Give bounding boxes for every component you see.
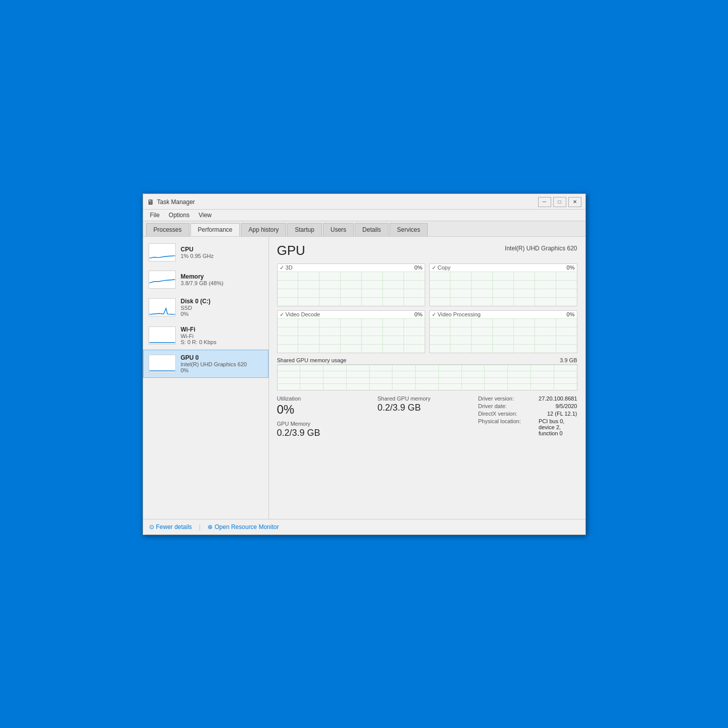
menu-file[interactable]: File: [146, 211, 164, 220]
gpu-thumbnail: [149, 355, 176, 373]
cpu-info: CPU 1% 0.95 GHz: [181, 246, 263, 259]
footer: ⊙ Fewer details | ⊕ Open Resource Monito…: [143, 519, 585, 535]
v-lines: [278, 318, 425, 353]
v-line: [392, 365, 392, 390]
memory-sub: 3.8/7.9 GB (48%): [181, 280, 263, 286]
v-line: [535, 318, 535, 353]
v-line: [492, 272, 493, 306]
fewer-details-label: Fewer details: [156, 523, 192, 531]
v-line: [535, 272, 535, 306]
shared-gpu-container: Shared GPU memory usage 3.9 GB: [277, 357, 577, 390]
v-line: [382, 272, 383, 306]
sidebar-item-gpu0[interactable]: GPU 0 Intel(R) UHD Graphics 620 0%: [143, 350, 269, 378]
tab-services[interactable]: Services: [389, 223, 428, 236]
disk-name: Disk 0 (C:): [181, 298, 263, 305]
tab-performance[interactable]: Performance: [190, 223, 240, 236]
cpu-thumbnail: [149, 243, 176, 261]
driver-date-label: Driver date:: [478, 403, 539, 409]
open-resource-monitor-button[interactable]: ⊕ Open Resource Monitor: [208, 523, 279, 531]
graph-3d-value: 0%: [415, 264, 423, 271]
tab-details[interactable]: Details: [355, 223, 388, 236]
v-line: [531, 365, 531, 390]
disk-thumbnail: [149, 298, 176, 316]
v-line: [438, 365, 439, 390]
gpu0-name: GPU 0: [181, 354, 263, 361]
v-line: [554, 365, 554, 390]
shared-gpu-label: Shared GPU memory usage: [277, 357, 347, 363]
directx-label: DirectX version:: [478, 411, 539, 417]
v-line: [340, 318, 341, 353]
disk-sub1: SSD: [181, 305, 263, 311]
v-line: [300, 365, 300, 390]
memory-name: Memory: [181, 273, 263, 280]
sidebar-item-cpu[interactable]: CPU 1% 0.95 GHz: [143, 239, 269, 266]
shared-memory-value: 0.2/3.9 GB: [377, 403, 472, 413]
v-line: [361, 272, 362, 306]
directx-row: DirectX version: 12 (FL 12.1): [478, 411, 577, 417]
physical-location-row: Physical location: PCI bus 0, device 2, …: [478, 418, 577, 436]
v-line: [323, 365, 323, 390]
maximize-button[interactable]: □: [553, 197, 566, 207]
graph-copy-label: ✓ Copy: [432, 264, 451, 271]
tab-users[interactable]: Users: [323, 223, 354, 236]
gpu0-sub1: Intel(R) UHD Graphics 620: [181, 361, 263, 367]
v-line: [340, 272, 341, 306]
graph-vd-value: 0%: [415, 311, 423, 318]
stats-section: Utilization 0% GPU Memory 0.2/3.9 GB Sha…: [277, 395, 577, 438]
graph-3d-area: [278, 272, 425, 306]
sidebar-item-memory[interactable]: Memory 3.8/7.9 GB (48%): [143, 266, 269, 293]
cpu-sub: 1% 0.95 GHz: [181, 253, 263, 259]
details-block: Driver version: 27.20.100.8681 Driver da…: [478, 395, 577, 438]
v-line: [450, 272, 450, 306]
v-line: [298, 272, 298, 306]
gpu-name: Intel(R) UHD Graphics 620: [505, 245, 577, 252]
v-line: [319, 272, 319, 306]
fewer-details-button[interactable]: ⊙ Fewer details: [149, 523, 192, 531]
sidebar-item-wifi[interactable]: Wi-Fi Wi-Fi S: 0 R: 0 Kbps: [143, 321, 269, 350]
v-line: [556, 272, 556, 306]
task-manager-window: 🖥 Task Manager ─ □ ✕ File Options View P…: [143, 193, 586, 535]
wifi-name: Wi-Fi: [181, 326, 263, 333]
driver-version-label: Driver version:: [478, 395, 539, 402]
gpu-memory-label: GPU Memory: [277, 421, 372, 427]
wifi-info: Wi-Fi Wi-Fi S: 0 R: 0 Kbps: [181, 326, 263, 345]
v-line: [319, 318, 319, 353]
sidebar-item-disk[interactable]: Disk 0 (C:) SSD 0%: [143, 293, 269, 321]
gpu-header: GPU Intel(R) UHD Graphics 620: [277, 243, 577, 258]
tab-app-history[interactable]: App history: [241, 223, 286, 236]
v-line: [513, 318, 514, 353]
tab-processes[interactable]: Processes: [146, 223, 189, 236]
graph-3d-label-row: ✓ 3D 0%: [278, 264, 425, 272]
graph-video-decode: ✓ Video Decode 0%: [277, 310, 425, 353]
graph-vp-label-row: ✓ Video Processing 0%: [430, 311, 577, 318]
v-lines: [430, 272, 577, 306]
title-bar-left: 🖥 Task Manager: [147, 198, 195, 206]
driver-date-row: Driver date: 9/5/2020: [478, 403, 577, 409]
utilization-value: 0%: [277, 403, 372, 417]
close-button[interactable]: ✕: [568, 197, 581, 207]
wifi-sub1: Wi-Fi: [181, 333, 263, 339]
bottom-graphs-row: ✓ Video Decode 0%: [277, 310, 577, 353]
shared-memory-block: Shared GPU memory 0.2/3.9 GB: [377, 395, 472, 438]
v-line: [346, 365, 347, 390]
tab-startup[interactable]: Startup: [287, 223, 322, 236]
tab-bar: Processes Performance App history Startu…: [143, 221, 585, 237]
v-line: [513, 272, 514, 306]
shared-memory-label: Shared GPU memory: [377, 395, 472, 402]
title-bar-controls: ─ □ ✕: [538, 197, 581, 207]
menu-options[interactable]: Options: [165, 211, 193, 220]
v-line: [361, 318, 362, 353]
graph-vd-label-row: ✓ Video Decode 0%: [278, 311, 425, 318]
v-line: [382, 318, 383, 353]
v-line: [471, 318, 472, 353]
minimize-button[interactable]: ─: [538, 197, 551, 207]
directx-value: 12 (FL 12.1): [547, 411, 577, 417]
physical-location-value: PCI bus 0, device 2, function 0: [539, 418, 577, 436]
graph-3d: ✓ 3D 0%: [277, 263, 425, 306]
v-line: [484, 365, 485, 390]
v-line: [404, 272, 404, 306]
memory-thumbnail: [149, 271, 176, 289]
menu-view[interactable]: View: [194, 211, 216, 220]
v-line: [492, 318, 493, 353]
v-lines: [430, 318, 577, 353]
